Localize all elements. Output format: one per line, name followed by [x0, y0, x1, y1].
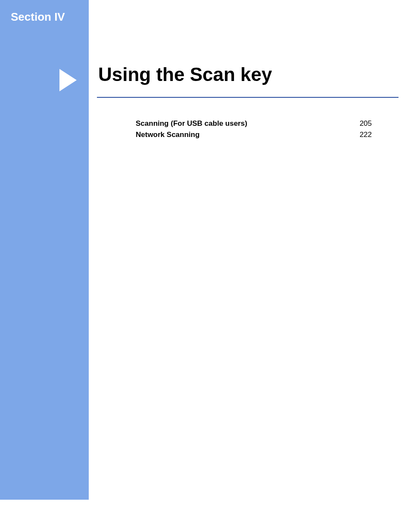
toc-entry-title: Scanning (For USB cable users): [136, 119, 247, 128]
title-underline: [97, 97, 399, 98]
toc-row: Scanning (For USB cable users) 205: [136, 119, 372, 128]
toc-entry-page: 222: [360, 131, 372, 139]
section-label: Section IV: [11, 10, 65, 24]
toc-entry-page: 205: [360, 119, 372, 128]
triangle-right-icon: [59, 69, 77, 91]
toc-row: Network Scanning 222: [136, 131, 372, 139]
toc-entry-title: Network Scanning: [136, 131, 199, 139]
table-of-contents: Scanning (For USB cable users) 205 Netwo…: [136, 119, 372, 142]
sidebar: Section IV: [0, 0, 89, 500]
page-title: Using the Scan key: [98, 64, 272, 85]
